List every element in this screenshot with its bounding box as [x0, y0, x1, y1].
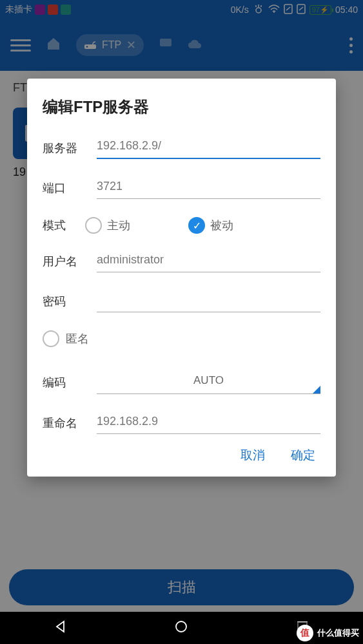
username-label: 用户名	[43, 254, 89, 269]
rename-label: 重命名	[43, 415, 89, 431]
watermark: 值 什么值得买	[294, 622, 363, 644]
radio-unchecked-icon	[43, 330, 59, 347]
server-input[interactable]	[97, 137, 320, 159]
cancel-button[interactable]: 取消	[240, 447, 265, 464]
edit-ftp-dialog: 编辑FTP服务器 服务器 端口 模式 主动 ✓ 被动 用户名 密码 匿名 编码	[27, 79, 336, 477]
anonymous-option[interactable]: 匿名	[43, 330, 320, 347]
mode-active-option[interactable]: 主动	[85, 217, 130, 234]
dialog-title: 编辑FTP服务器	[43, 97, 320, 117]
radio-unchecked-icon	[85, 217, 102, 234]
server-label: 服务器	[43, 140, 89, 156]
password-label: 密码	[43, 294, 89, 309]
port-label: 端口	[43, 180, 89, 196]
mode-passive-option[interactable]: ✓ 被动	[188, 217, 233, 234]
encoding-label: 编码	[43, 375, 97, 390]
encoding-select[interactable]: AUTO	[97, 370, 320, 394]
username-input[interactable]	[97, 251, 320, 272]
port-input[interactable]	[97, 177, 320, 199]
home-nav-icon[interactable]	[174, 620, 188, 636]
svg-point-9	[176, 621, 186, 632]
radio-checked-icon: ✓	[188, 217, 205, 234]
dropdown-triangle-icon	[313, 386, 320, 393]
mode-label: 模式	[43, 218, 79, 233]
watermark-badge-icon: 值	[297, 625, 313, 641]
watermark-text: 什么值得买	[317, 627, 359, 639]
ok-button[interactable]: 确定	[291, 447, 315, 464]
rename-input[interactable]	[97, 412, 320, 434]
back-icon[interactable]	[54, 620, 68, 636]
password-input[interactable]	[97, 290, 320, 312]
